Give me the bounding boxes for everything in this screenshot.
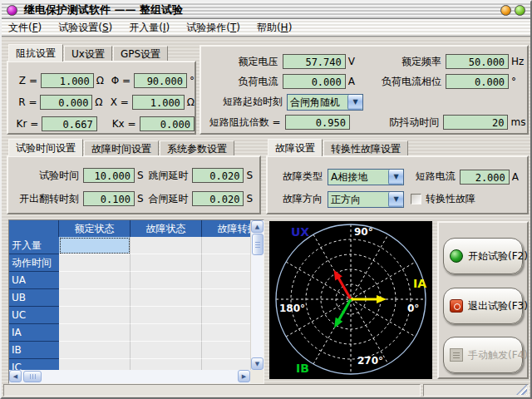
trip-delay-field[interactable]: 0.020 (192, 168, 244, 183)
close-delay-field[interactable]: 0.020 (192, 191, 244, 206)
scroll-right-icon[interactable]: ▶ (238, 370, 250, 382)
table-cell[interactable] (202, 324, 250, 342)
table-cell[interactable] (59, 272, 131, 289)
time-settings-panel: 试验时间设置 故障时间设置 系统参数设置 试验时间 10.000 S 跳闸延时 … (7, 140, 261, 214)
phi-field[interactable]: 90.000 (134, 73, 187, 88)
tab-system-params[interactable]: 系统参数设置 (160, 140, 234, 156)
kr-field[interactable]: 0.667 (42, 116, 96, 131)
r-field[interactable]: 0.000 (40, 95, 92, 110)
menu-file[interactable]: 文件(F) (8, 21, 42, 35)
row-header: UA (9, 272, 59, 289)
kx-field[interactable]: 0.000 (140, 116, 195, 131)
manual-trigger-button[interactable]: 手动触发(F4) (443, 337, 523, 373)
table-row: UB (9, 289, 250, 307)
resize-grip[interactable] (516, 384, 527, 395)
column-header-fault-convert[interactable]: 故障转换 (202, 220, 250, 237)
z-field[interactable]: 1.000 (41, 73, 94, 88)
table-cell[interactable] (131, 307, 202, 324)
table-row: IB (9, 342, 250, 359)
table-cell[interactable] (131, 359, 202, 370)
table-header-row: 额定状态 故障状态 故障转换 (9, 220, 250, 237)
exit-test-button[interactable]: 退出试验(F3) (443, 288, 523, 324)
fault-type-dropdown[interactable]: A相接地 ▼ (328, 169, 404, 185)
test-time-field[interactable]: 10.000 (83, 168, 135, 183)
table-cell[interactable] (202, 359, 250, 370)
table-cell[interactable] (131, 237, 202, 254)
row-header: 动作时间 (9, 254, 59, 272)
antishake-unit: ms (510, 116, 527, 128)
short-start-dropdown[interactable]: 合闸角随机 ▼ (287, 94, 363, 111)
tab-fault-settings[interactable]: 故障设置 (268, 139, 323, 156)
source-settings-panel: 额定电压 57.740 V 额定频率 50.000 Hz 负荷电流 0.000 … (200, 45, 529, 135)
column-header-rated-state[interactable]: 额定状态 (59, 220, 131, 237)
scroll-up-icon[interactable]: ▲ (251, 220, 264, 233)
scroll-left-icon[interactable]: ◀ (9, 370, 22, 382)
row-header: IB (9, 342, 59, 359)
table-cell[interactable] (202, 237, 250, 254)
scroll-down-icon[interactable]: ▼ (251, 357, 264, 370)
flip-time-field[interactable]: 0.100 (83, 191, 135, 206)
table-cell[interactable] (59, 289, 131, 307)
load-current-unit: A (348, 76, 355, 87)
x-field[interactable]: 1.000 (132, 95, 185, 110)
table-cell[interactable] (202, 342, 250, 359)
table-cell[interactable] (131, 324, 202, 342)
phi-label: Φ = (108, 75, 131, 86)
table-cell[interactable] (59, 324, 131, 342)
table-cell[interactable] (59, 254, 131, 272)
window-system-icon[interactable] (7, 5, 17, 16)
horizontal-scrollbar[interactable]: ◀ ▶ (9, 370, 250, 383)
chevron-down-icon[interactable]: ▼ (388, 170, 403, 185)
column-header-fault-state[interactable]: 故障状态 (131, 220, 202, 237)
tab-impedance-settings[interactable]: 阻抗设置 (8, 44, 63, 62)
z-label: Z = (15, 75, 37, 86)
table-cell[interactable] (202, 254, 250, 272)
table-cell[interactable] (59, 237, 131, 254)
load-current-field[interactable]: 0.000 (283, 74, 346, 89)
impedance-multiple-field[interactable]: 0.950 (285, 115, 350, 130)
table-cell[interactable] (59, 359, 131, 370)
table-cell[interactable] (131, 342, 202, 359)
table-cell[interactable] (202, 307, 250, 324)
table-cell[interactable] (59, 307, 131, 324)
table-cell[interactable] (131, 254, 202, 272)
menu-binary-input[interactable]: 开入量(I) (129, 21, 170, 35)
menu-test-settings[interactable]: 试验设置(S) (58, 21, 112, 35)
short-current-label: 短路电流 (409, 170, 456, 184)
tab-test-time[interactable]: 试验时间设置 (8, 139, 83, 156)
tab-gps-settings[interactable]: GPS设置 (113, 46, 168, 62)
close-delay-unit: S (246, 193, 253, 204)
menu-test-operation[interactable]: 试验操作(T) (186, 21, 240, 35)
table-cell[interactable] (202, 289, 250, 307)
rated-voltage-unit: V (348, 56, 355, 67)
fault-type-label: 故障类型 (276, 170, 323, 184)
fault-direction-label: 故障方向 (276, 192, 323, 206)
vertical-scroll-thumb[interactable] (252, 234, 264, 255)
convert-fault-checkbox[interactable] (411, 194, 421, 204)
tab-convert-fault-settings[interactable]: 转换性故障设置 (323, 140, 408, 156)
menu-help[interactable]: 帮助(H) (257, 21, 292, 35)
vertical-scrollbar[interactable]: ▲ ▼ (250, 220, 264, 370)
start-test-button[interactable]: 开始试验(F2) (443, 238, 523, 274)
chevron-down-icon[interactable]: ▼ (347, 95, 362, 110)
chevron-down-icon[interactable]: ▼ (388, 192, 403, 207)
load-phase-field[interactable]: 0.000 (446, 74, 509, 89)
table-row: UA (9, 272, 250, 289)
rated-freq-field[interactable]: 50.000 (446, 54, 509, 69)
tab-ux-settings[interactable]: Ux设置 (64, 46, 112, 62)
table-cell[interactable] (131, 272, 202, 289)
fault-direction-dropdown[interactable]: 正方向 ▼ (328, 191, 404, 208)
impedance-panel: 阻抗设置 Ux设置 GPS设置 Z = 1.000 Ω Φ = 90.000 °… (7, 45, 196, 135)
rated-voltage-field[interactable]: 57.740 (283, 54, 346, 69)
table-cell[interactable] (59, 342, 131, 359)
short-current-field[interactable]: 2.000 (460, 170, 510, 185)
antishake-field[interactable]: 20 (443, 115, 508, 130)
tab-fault-time[interactable]: 故障时间设置 (84, 140, 159, 156)
table-cell[interactable] (202, 272, 250, 289)
minimize-button[interactable] (500, 5, 511, 16)
table-cell[interactable] (131, 289, 202, 307)
close-button[interactable] (515, 5, 525, 16)
horizontal-scroll-thumb[interactable] (23, 371, 42, 382)
antishake-label: 防抖动时间 (350, 116, 439, 130)
fault-settings-panel: 故障设置 转换性故障设置 故障类型 A相接地 ▼ 短路电流 2.000 A 故障… (266, 140, 529, 214)
